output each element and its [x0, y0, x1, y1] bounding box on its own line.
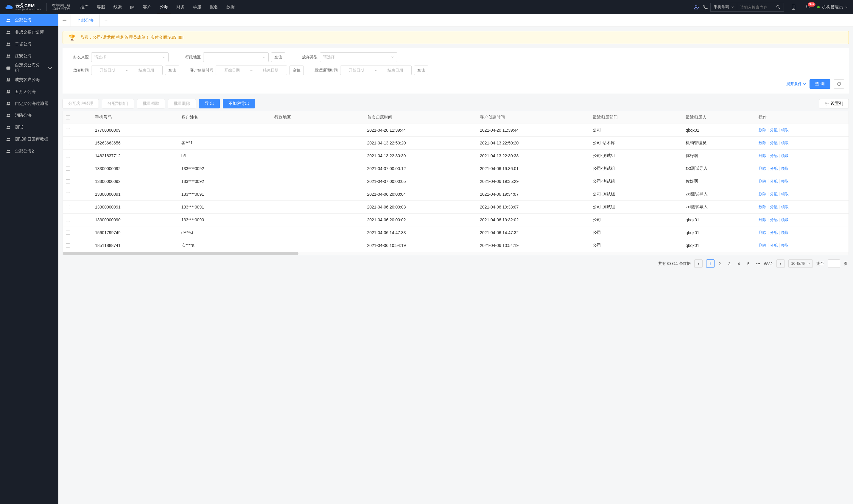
notification-bell[interactable]: 99+ [803, 4, 813, 10]
search-button[interactable] [773, 5, 784, 10]
brand-name: 云朵CRM [16, 3, 41, 8]
chevron-down-icon [731, 6, 734, 8]
header-search: 手机号码 [710, 3, 784, 12]
brand-tag1: 教育机构一站 [52, 4, 70, 7]
nav-item[interactable]: 财务 [173, 0, 188, 14]
nav-item[interactable]: 数据 [223, 0, 238, 14]
user-menu[interactable]: 机构管理员 [817, 4, 848, 10]
search-type-select[interactable]: 手机号码 [711, 3, 737, 11]
search-icon [776, 5, 781, 10]
nav-item[interactable]: 公海 [157, 0, 171, 14]
logo[interactable]: 云朵CRM www.yunduocrm.com 教育机构一站 式服务云平台 [5, 3, 70, 11]
nav-item[interactable]: 报名 [207, 0, 221, 14]
chevron-down-icon [845, 6, 848, 8]
nav-item[interactable]: 推广 [77, 0, 91, 14]
brand-url: www.yunduocrm.com [16, 8, 41, 11]
svg-point-0 [777, 6, 779, 8]
top-nav: 推广客服线索IM客户公海财务学服报名数据 [77, 0, 691, 14]
phone-icon[interactable] [703, 4, 709, 10]
tablet-icon[interactable] [791, 4, 796, 10]
nav-item[interactable]: 客服 [94, 0, 108, 14]
nav-item[interactable]: IM [127, 0, 138, 14]
user-name: 机构管理员 [822, 4, 843, 10]
notif-count: 99+ [808, 2, 815, 6]
nav-item[interactable]: 客户 [140, 0, 154, 14]
cloud-icon [5, 3, 13, 11]
search-type-label: 手机号码 [714, 4, 729, 10]
brand-tag2: 式服务云平台 [52, 7, 70, 11]
search-input[interactable] [737, 5, 773, 10]
nav-item[interactable]: 学服 [190, 0, 204, 14]
app-header: 云朵CRM www.yunduocrm.com 教育机构一站 式服务云平台 推广… [0, 0, 853, 14]
nav-item[interactable]: 线索 [110, 0, 125, 14]
status-dot-icon [817, 6, 820, 8]
add-user-icon[interactable] [693, 4, 699, 10]
svg-point-2 [793, 8, 794, 9]
